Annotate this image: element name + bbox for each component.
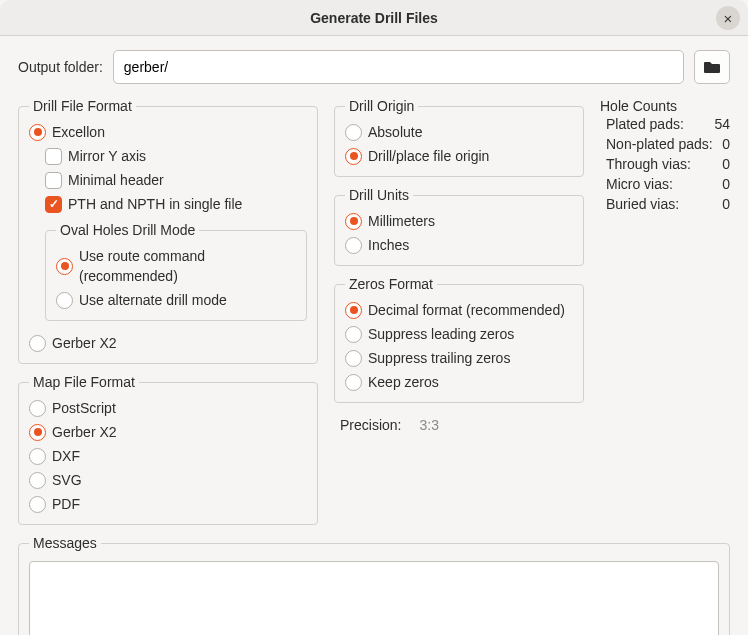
messages-legend: Messages <box>29 535 101 551</box>
checkbox-minimal-header-label: Minimal header <box>68 170 164 190</box>
radio-route-command[interactable]: Use route command (recommended) <box>56 244 296 288</box>
count-row-plated: Plated pads: 54 <box>606 114 730 134</box>
output-folder-row: Output folder: <box>18 50 730 84</box>
radio-map-pdf[interactable]: PDF <box>29 492 307 516</box>
map-file-format-legend: Map File Format <box>29 374 139 390</box>
radio-icon <box>345 237 362 254</box>
browse-folder-button[interactable] <box>694 50 730 84</box>
radio-gerber-x2-drill[interactable]: Gerber X2 <box>29 331 307 355</box>
radio-gerber-x2-drill-label: Gerber X2 <box>52 333 117 353</box>
count-label: Buried vias: <box>606 196 679 212</box>
precision-label: Precision: <box>340 417 401 433</box>
precision-row: Precision: 3:3 <box>334 413 584 437</box>
radio-icon <box>345 213 362 230</box>
radio-icon <box>345 148 362 165</box>
radio-excellon[interactable]: Excellon <box>29 120 307 144</box>
drill-file-format-group: Drill File Format Excellon Mirror Y axis… <box>18 98 318 364</box>
radio-zeros-sup-trailing-label: Suppress trailing zeros <box>368 348 510 368</box>
oval-holes-group: Oval Holes Drill Mode Use route command … <box>45 222 307 321</box>
count-label: Through vias: <box>606 156 691 172</box>
radio-excellon-label: Excellon <box>52 122 105 142</box>
radio-map-postscript[interactable]: PostScript <box>29 396 307 420</box>
radio-map-postscript-label: PostScript <box>52 398 116 418</box>
output-folder-label: Output folder: <box>18 59 103 75</box>
output-folder-input[interactable] <box>113 50 684 84</box>
drill-file-format-legend: Drill File Format <box>29 98 136 114</box>
count-row-micro: Micro vias: 0 <box>606 174 730 194</box>
drill-origin-legend: Drill Origin <box>345 98 418 114</box>
radio-units-in[interactable]: Inches <box>345 233 573 257</box>
radio-origin-place-label: Drill/place file origin <box>368 146 489 166</box>
radio-icon <box>56 258 73 275</box>
window-title: Generate Drill Files <box>310 10 438 26</box>
count-value: 0 <box>722 136 730 152</box>
radio-units-in-label: Inches <box>368 235 409 255</box>
checkbox-pth-npth[interactable]: PTH and NPTH in single file <box>45 192 307 216</box>
map-file-format-group: Map File Format PostScript Gerber X2 DXF… <box>18 374 318 525</box>
radio-zeros-sup-leading-label: Suppress leading zeros <box>368 324 514 344</box>
count-value: 54 <box>714 116 730 132</box>
radio-zeros-sup-leading[interactable]: Suppress leading zeros <box>345 322 573 346</box>
radio-map-gerberx2[interactable]: Gerber X2 <box>29 420 307 444</box>
radio-route-command-label: Use route command (recommended) <box>79 246 296 286</box>
dialog-content: Output folder: Drill File Format Excello… <box>0 36 748 635</box>
hole-counts-group: Hole Counts Plated pads: 54 Non-plated p… <box>600 98 730 214</box>
precision-value: 3:3 <box>419 417 438 433</box>
radio-icon <box>345 350 362 367</box>
checkbox-icon <box>45 196 62 213</box>
radio-icon <box>29 124 46 141</box>
checkbox-icon <box>45 148 62 165</box>
radio-map-svg-label: SVG <box>52 470 82 490</box>
radio-icon <box>29 496 46 513</box>
count-row-through: Through vias: 0 <box>606 154 730 174</box>
radio-icon <box>29 400 46 417</box>
checkbox-mirror-y-label: Mirror Y axis <box>68 146 146 166</box>
radio-icon <box>29 448 46 465</box>
checkbox-mirror-y[interactable]: Mirror Y axis <box>45 144 307 168</box>
titlebar: Generate Drill Files × <box>0 0 748 36</box>
count-value: 0 <box>722 176 730 192</box>
messages-group: Messages <box>18 535 730 635</box>
radio-icon <box>345 302 362 319</box>
messages-textarea[interactable] <box>29 561 719 635</box>
count-label: Micro vias: <box>606 176 673 192</box>
radio-map-dxf[interactable]: DXF <box>29 444 307 468</box>
count-row-buried: Buried vias: 0 <box>606 194 730 214</box>
radio-map-gerberx2-label: Gerber X2 <box>52 422 117 442</box>
radio-zeros-keep[interactable]: Keep zeros <box>345 370 573 394</box>
radio-zeros-decimal-label: Decimal format (recommended) <box>368 300 565 320</box>
radio-origin-place[interactable]: Drill/place file origin <box>345 144 573 168</box>
radio-icon <box>56 292 73 309</box>
radio-units-mm[interactable]: Millimeters <box>345 209 573 233</box>
radio-icon <box>29 424 46 441</box>
radio-map-pdf-label: PDF <box>52 494 80 514</box>
count-value: 0 <box>722 156 730 172</box>
radio-alternate-mode-label: Use alternate drill mode <box>79 290 227 310</box>
hole-counts-legend: Hole Counts <box>600 98 677 114</box>
close-icon[interactable]: × <box>716 6 740 30</box>
radio-origin-absolute[interactable]: Absolute <box>345 120 573 144</box>
checkbox-minimal-header[interactable]: Minimal header <box>45 168 307 192</box>
radio-map-svg[interactable]: SVG <box>29 468 307 492</box>
radio-zeros-sup-trailing[interactable]: Suppress trailing zeros <box>345 346 573 370</box>
drill-units-group: Drill Units Millimeters Inches <box>334 187 584 266</box>
radio-icon <box>345 124 362 141</box>
radio-alternate-mode[interactable]: Use alternate drill mode <box>56 288 296 312</box>
count-label: Non-plated pads: <box>606 136 713 152</box>
radio-icon <box>29 335 46 352</box>
count-label: Plated pads: <box>606 116 684 132</box>
drill-units-legend: Drill Units <box>345 187 413 203</box>
radio-icon <box>29 472 46 489</box>
radio-zeros-keep-label: Keep zeros <box>368 372 439 392</box>
radio-zeros-decimal[interactable]: Decimal format (recommended) <box>345 298 573 322</box>
radio-origin-absolute-label: Absolute <box>368 122 422 142</box>
count-row-nonplated: Non-plated pads: 0 <box>606 134 730 154</box>
radio-map-dxf-label: DXF <box>52 446 80 466</box>
oval-holes-legend: Oval Holes Drill Mode <box>56 222 199 238</box>
count-value: 0 <box>722 196 730 212</box>
radio-icon <box>345 374 362 391</box>
zeros-format-group: Zeros Format Decimal format (recommended… <box>334 276 584 403</box>
radio-units-mm-label: Millimeters <box>368 211 435 231</box>
folder-icon <box>704 60 720 74</box>
checkbox-icon <box>45 172 62 189</box>
